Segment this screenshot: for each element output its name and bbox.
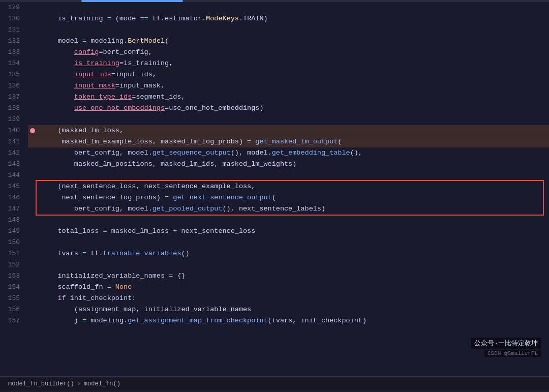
table-row: 148 <box>0 215 549 226</box>
table-row: 138 use_one_hot_embeddings=use_one_hot_e… <box>0 103 549 114</box>
table-row: 133 config=bert_config, <box>0 47 549 58</box>
table-row: 139 <box>0 114 549 125</box>
breadcrumb-item-1: model_fn_builder() <box>8 380 74 387</box>
table-row: 140 (masked_lm_loss, <box>0 125 549 136</box>
table-row: 144 <box>0 170 549 181</box>
table-row: 152 <box>0 259 549 270</box>
table-row: 145 (next_sentence_loss, next_sentence_e… <box>0 181 549 192</box>
table-row: 129 <box>0 2 549 13</box>
table-row: 132 model = modeling.BertModel( <box>0 36 549 47</box>
table-row: 136 input_mask=input_mask, <box>0 80 549 92</box>
table-row: 147 bert_config, model.get_pooled_output… <box>0 203 549 215</box>
status-bar: model_fn_builder() › model_fn() <box>0 376 549 390</box>
table-row: 153 initialized_variable_names = {} <box>0 270 549 282</box>
table-row: 137 token_type_ids=segment_ids, <box>0 92 549 103</box>
table-row: 142 bert_config, model.get_sequence_outp… <box>0 147 549 159</box>
table-row: 143 masked_lm_positions, masked_lm_ids, … <box>0 159 549 170</box>
code-editor: 129 130 is_training = (mode == tf.estima… <box>0 0 549 376</box>
breadcrumb: model_fn_builder() › model_fn() <box>8 380 120 387</box>
watermark: 公众号·一比特定乾坤 CSDN @SmallerFL <box>471 338 541 357</box>
table-row: 156 (assignment_map, initialized_variabl… <box>0 304 549 315</box>
watermark-main: 公众号·一比特定乾坤 <box>471 338 541 349</box>
watermark-sub: CSDN @SmallerFL <box>484 350 541 357</box>
table-row: 131 <box>0 24 549 36</box>
table-row: 149 total_loss = masked_lm_loss + next_s… <box>0 226 549 237</box>
table-row: 141 masked_lm_example_loss, masked_lm_lo… <box>0 136 549 147</box>
table-row: 135 input_ids=input_ids, <box>0 69 549 80</box>
table-row: 154 scaffold_fn = None <box>0 282 549 293</box>
table-row: 130 is_training = (mode == tf.estimator.… <box>0 13 549 24</box>
breadcrumb-separator: › <box>77 380 81 387</box>
table-row: 134 is_training=is_training, <box>0 58 549 69</box>
table-row: 157 ) = modeling.get_assignment_map_from… <box>0 315 549 326</box>
table-row: 151 tvars = tf.trainable_variables() <box>0 248 549 259</box>
table-row: 150 <box>0 237 549 248</box>
table-row: 146 next_sentence_log_probs) = get_next_… <box>0 192 549 203</box>
table-row: 155 if init_checkpoint: <box>0 293 549 304</box>
breadcrumb-item-2: model_fn() <box>84 380 120 387</box>
code-lines: 129 130 is_training = (mode == tf.estima… <box>0 2 549 326</box>
